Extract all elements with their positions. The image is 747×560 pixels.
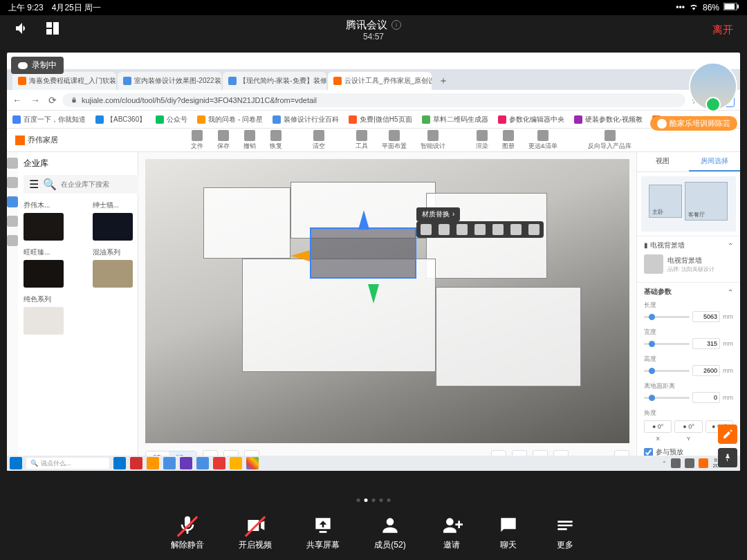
- bookmark-item[interactable]: 百度一下，你就知道: [12, 115, 86, 124]
- new-tab-button[interactable]: ＋: [433, 72, 454, 90]
- leave-button[interactable]: 离开: [712, 24, 747, 37]
- tool-tools[interactable]: 工具: [350, 130, 374, 151]
- search-input[interactable]: [61, 180, 149, 188]
- bookmark-item[interactable]: 免费|微信H5页面: [349, 115, 412, 124]
- axis-arrow-z[interactable]: [358, 210, 369, 230]
- ct-delete-icon[interactable]: [528, 224, 540, 235]
- bookmark-item[interactable]: 公众号: [156, 115, 187, 124]
- axis-arrow-y[interactable]: [368, 284, 379, 304]
- bookmark-item[interactable]: 硬装参数化-视频教: [574, 115, 643, 124]
- offset-input[interactable]: [692, 392, 720, 403]
- lt-icon-more[interactable]: [7, 235, 18, 246]
- tb-app[interactable]: [196, 457, 209, 469]
- bookmark-item[interactable]: 装修设计行业百科: [273, 115, 339, 124]
- layout-icon[interactable]: [44, 20, 61, 39]
- bookmark-item[interactable]: 草料二维码生成器: [422, 115, 488, 124]
- invite-button[interactable]: 邀请: [441, 514, 463, 551]
- tb-app[interactable]: [147, 457, 159, 469]
- tool-save[interactable]: 保存: [212, 130, 235, 151]
- tray-icon[interactable]: ⌃: [662, 460, 667, 467]
- ct-swap-icon[interactable]: [456, 224, 468, 235]
- ct-flip-icon[interactable]: [439, 224, 450, 235]
- chevron-up-icon[interactable]: ⌃: [728, 288, 733, 296]
- lt-icon-material[interactable]: [7, 196, 18, 207]
- tb-app[interactable]: [230, 457, 242, 469]
- tool-file[interactable]: 文件: [185, 130, 209, 151]
- start-video-button[interactable]: 开启视频: [239, 514, 272, 551]
- selected-wall[interactable]: [310, 227, 416, 279]
- angle-y[interactable]: ● 0°: [674, 420, 702, 433]
- chevron-up-icon[interactable]: ⌃: [728, 242, 733, 250]
- library-search[interactable]: ☰ 🔍: [24, 175, 154, 194]
- lt-icon-model[interactable]: [7, 177, 18, 188]
- share-screen-button[interactable]: 共享屏幕: [306, 514, 340, 551]
- rp-tab-room[interactable]: 房间选择: [689, 152, 741, 171]
- info-icon[interactable]: i: [391, 20, 401, 30]
- browser-tab-active[interactable]: 云设计工具_乔伟家居_原创设计×: [328, 72, 432, 90]
- minimap[interactable]: 主卧 客餐厅: [641, 176, 736, 232]
- browser-tab[interactable]: 【现代简约-家装-免费】装修设×: [223, 72, 326, 90]
- 3d-canvas[interactable]: 材质替换› 2D 3D ▾: [138, 152, 636, 471]
- tool-layout[interactable]: 平面布置: [376, 130, 412, 151]
- start-button[interactable]: [10, 457, 22, 469]
- float-edit-button[interactable]: [718, 424, 737, 444]
- more-button[interactable]: 更多: [554, 514, 576, 551]
- height-input[interactable]: [692, 365, 720, 376]
- rp-tab-view[interactable]: 视图: [637, 152, 689, 171]
- ct-lock-icon[interactable]: [510, 224, 522, 235]
- tool-bom[interactable]: 更远&清单: [523, 130, 563, 151]
- forward-button[interactable]: →: [30, 95, 40, 106]
- unmute-button[interactable]: 解除静音: [171, 514, 204, 551]
- context-label[interactable]: 材质替换›: [416, 207, 460, 221]
- selected-item[interactable]: 电视背景墙 品牌: 沈阳美硕设计: [644, 254, 733, 274]
- material-item[interactable]: 乔伟木...: [24, 200, 86, 241]
- chat-button[interactable]: 聊天: [497, 514, 519, 551]
- axis-arrow-x[interactable]: [290, 250, 310, 261]
- back-button[interactable]: ←: [12, 95, 22, 106]
- lt-icon-library[interactable]: [7, 158, 18, 169]
- speaker-icon[interactable]: [14, 20, 30, 39]
- members-button[interactable]: 成员(52): [374, 514, 405, 551]
- url-field[interactable]: kujiale.com/cloud/tool/h5/diy?designid=3…: [62, 93, 685, 107]
- browser-tab[interactable]: 室内装修设计效果图-2022装修×: [118, 72, 221, 90]
- tool-undo[interactable]: 撤销: [238, 130, 261, 151]
- tool-smart[interactable]: 智能设计: [415, 130, 451, 151]
- browser-tab[interactable]: 海嘉免费程砥课程_入门软装×: [12, 72, 116, 90]
- tool-clear[interactable]: 清空: [307, 130, 331, 151]
- reload-button[interactable]: ⟳: [48, 95, 57, 106]
- tool-import[interactable]: 反向导入产品库: [582, 130, 637, 151]
- width-slider[interactable]: [644, 343, 690, 345]
- tb-app[interactable]: [213, 457, 225, 469]
- presenter-avatar[interactable]: [689, 62, 737, 111]
- tb-app[interactable]: [130, 457, 142, 469]
- tb-edge[interactable]: [113, 457, 126, 469]
- tb-app[interactable]: [163, 457, 176, 469]
- length-input[interactable]: [692, 311, 720, 322]
- width-input[interactable]: [692, 338, 720, 349]
- tool-album[interactable]: 图册: [497, 130, 520, 151]
- lt-icon-fav[interactable]: [7, 216, 18, 227]
- tool-render[interactable]: 渲染: [470, 130, 494, 151]
- tray-icon[interactable]: [699, 458, 708, 468]
- tray-icon[interactable]: [685, 458, 694, 468]
- material-item[interactable]: 纯色系列: [24, 295, 86, 335]
- height-slider[interactable]: [644, 370, 690, 372]
- bookmark-item[interactable]: 【ABC360】: [95, 115, 146, 124]
- length-slider[interactable]: [644, 316, 690, 318]
- angle-x[interactable]: ● 0°: [644, 420, 672, 433]
- app-logo[interactable]: 乔伟家居: [15, 135, 58, 145]
- ct-hide-icon[interactable]: [492, 224, 504, 235]
- tool-redo[interactable]: 恢复: [264, 130, 288, 151]
- bookmark-item[interactable]: 我的问卷 - 问卷星: [197, 115, 263, 124]
- tb-app[interactable]: [180, 457, 192, 469]
- tb-chrome[interactable]: [246, 457, 259, 469]
- ct-catalog-icon[interactable]: [474, 224, 486, 235]
- float-pin-button[interactable]: [718, 448, 737, 467]
- material-item[interactable]: 旺旺臻...: [24, 248, 86, 288]
- offset-slider[interactable]: [644, 397, 690, 399]
- ct-eyedropper-icon[interactable]: [421, 224, 432, 235]
- taskbar-search[interactable]: 🔍说点什么...: [26, 458, 109, 469]
- float-buttons: [718, 424, 737, 467]
- bookmark-item[interactable]: 参数化编辑器中央: [498, 115, 564, 124]
- tray-icon[interactable]: [671, 458, 681, 468]
